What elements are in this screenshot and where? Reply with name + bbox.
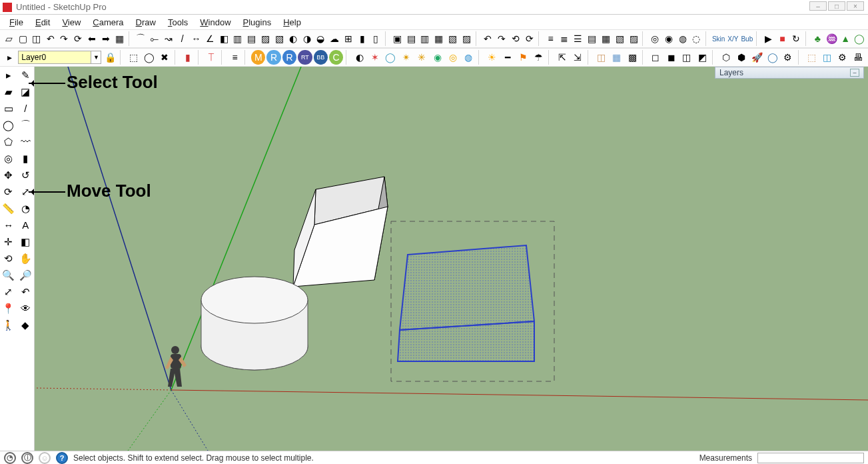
tb-line-icon[interactable]: / xyxy=(176,31,189,46)
tb-cam2-icon[interactable]: ↷ xyxy=(496,31,508,46)
measurements-input[interactable] xyxy=(757,453,864,463)
plugin-r1-icon[interactable]: R xyxy=(266,50,280,65)
chevron-down-icon[interactable]: ▼ xyxy=(91,51,101,64)
lock-icon[interactable]: 🔒 xyxy=(103,50,117,65)
tape-measure-tool[interactable]: 📏 xyxy=(0,200,17,217)
weather-icon[interactable]: ☂ xyxy=(532,50,546,65)
render5-icon[interactable]: ✳ xyxy=(415,50,429,65)
slider-icon[interactable]: ━ xyxy=(500,50,514,65)
geo-location-icon[interactable]: ◔ xyxy=(4,452,16,464)
tb-edge2-icon[interactable]: ▤ xyxy=(245,31,258,46)
tb-undo-icon[interactable]: ↶ xyxy=(44,31,57,46)
plugin-c-icon[interactable]: C xyxy=(329,50,343,65)
look-around-tool[interactable]: 👁 xyxy=(17,300,35,317)
person-icon[interactable]: 🚀 xyxy=(750,50,764,65)
selected-slab[interactable] xyxy=(398,245,534,361)
layers-panel-toggle-icon[interactable]: – xyxy=(850,69,859,77)
text-tool[interactable]: A xyxy=(17,217,35,233)
intersect-icon[interactable]: ◯ xyxy=(142,50,156,65)
grid-icon[interactable]: ▦ xyxy=(610,50,624,65)
follow-me-tool[interactable]: ↺ xyxy=(17,167,35,183)
tb-solid6-icon[interactable]: ▨ xyxy=(460,31,473,46)
tb-solid2-icon[interactable]: ▤ xyxy=(405,31,418,46)
user-icon[interactable]: ☺ xyxy=(39,452,51,464)
tb-solid4-icon[interactable]: ▦ xyxy=(432,31,445,46)
warehouse1-icon[interactable]: ⬡ xyxy=(719,50,733,65)
menu-view[interactable]: View xyxy=(57,16,86,29)
tb-conifer-icon[interactable]: ▲ xyxy=(839,31,852,46)
box3d-icon[interactable]: ⬚ xyxy=(805,50,819,65)
menu-plugins[interactable]: Plugins xyxy=(238,16,277,29)
tb-style4-icon[interactable]: ◌ xyxy=(690,31,703,46)
tb-layer1-icon[interactable]: ≡ xyxy=(544,31,557,46)
globe2-icon[interactable]: ◯ xyxy=(765,50,779,65)
plugin-r2-icon[interactable]: R xyxy=(282,50,296,65)
menu-file[interactable]: File xyxy=(4,16,29,29)
section-plane-tool[interactable]: ◧ xyxy=(17,233,35,250)
select-tool[interactable]: ▸ xyxy=(0,67,17,83)
tb-layer3-icon[interactable]: ☰ xyxy=(572,31,585,46)
tb-edge4-icon[interactable]: ▧ xyxy=(273,31,286,46)
render1-icon[interactable]: ◐ xyxy=(352,50,366,65)
credits-icon[interactable]: ⓘ xyxy=(21,452,33,464)
tb-edge1-icon[interactable]: ▥ xyxy=(231,31,244,46)
tb-skin-label[interactable]: Skin xyxy=(711,31,725,46)
tb-prev-icon[interactable]: ⬅ xyxy=(86,31,99,46)
tb-arc2-icon[interactable]: ⟜ xyxy=(149,31,161,46)
tb-view-iso-icon[interactable]: ▱ xyxy=(3,31,15,46)
print-icon[interactable]: 🖶 xyxy=(851,50,865,65)
move-tool[interactable]: ✥ xyxy=(0,167,17,183)
tb-play-icon[interactable]: ▶ xyxy=(762,31,775,46)
render6-icon[interactable]: ◉ xyxy=(430,50,444,65)
walk-tool[interactable]: 🚶 xyxy=(0,317,17,333)
tb-arc3-icon[interactable]: ↝ xyxy=(163,31,175,46)
tb-shadow1-icon[interactable]: ◐ xyxy=(287,31,300,46)
sandbox-red-icon[interactable]: ▮ xyxy=(181,50,195,65)
rotate-tool[interactable]: ⟳ xyxy=(0,183,17,200)
tb-solid5-icon[interactable]: ▧ xyxy=(446,31,459,46)
render8-icon[interactable]: ◍ xyxy=(462,50,476,65)
tb-view-top-icon[interactable]: ▢ xyxy=(17,31,29,46)
tb-ext-icon[interactable]: ▯ xyxy=(370,31,382,46)
menu-help[interactable]: Help xyxy=(278,16,306,29)
render7-icon[interactable]: ◎ xyxy=(446,50,460,65)
tb-section-icon[interactable]: ◧ xyxy=(218,31,230,46)
export2-icon[interactable]: ⇲ xyxy=(570,50,584,65)
cube-icon[interactable]: ◫ xyxy=(820,50,834,65)
tb-refresh-icon[interactable]: ↻ xyxy=(790,31,803,46)
tb-solid1-icon[interactable]: ▣ xyxy=(391,31,404,46)
menu-edit[interactable]: Edit xyxy=(30,16,55,29)
flag-icon[interactable]: ⚑ xyxy=(516,50,530,65)
menu-camera[interactable]: Camera xyxy=(87,16,129,29)
rectangle-tool[interactable]: ▭ xyxy=(0,100,17,117)
warehouse2-icon[interactable]: ⬢ xyxy=(734,50,748,65)
layer-selector[interactable]: ▼ xyxy=(18,50,101,65)
tb-angle-icon[interactable]: ∠ xyxy=(204,31,217,46)
tb-layer2-icon[interactable]: ≣ xyxy=(558,31,571,46)
guide2-icon[interactable]: ≡ xyxy=(228,50,242,65)
tb-redo-icon[interactable]: ↷ xyxy=(58,31,71,46)
toggle-terrain-tool[interactable]: ◆ xyxy=(17,317,35,333)
tb-box-icon[interactable]: ▦ xyxy=(113,31,126,46)
previous-view-tool[interactable]: ↶ xyxy=(17,283,35,300)
close-button[interactable]: × xyxy=(847,1,864,11)
viewport-3d[interactable] xyxy=(35,67,868,451)
zoom-extents-tool[interactable]: ⤢ xyxy=(0,283,17,300)
tb-layer7-icon[interactable]: ▨ xyxy=(628,31,640,46)
polygon-tool[interactable]: ⬠ xyxy=(0,133,17,150)
tb-tumble-icon[interactable]: ⟳ xyxy=(72,31,85,46)
menu-window[interactable]: Window xyxy=(195,16,236,29)
dimension-tool[interactable]: ↔ xyxy=(0,217,17,233)
tb-solid3-icon[interactable]: ▥ xyxy=(419,31,432,46)
zoom-window-tool[interactable]: 🔎 xyxy=(17,267,35,283)
select3-icon[interactable]: ◼ xyxy=(664,50,678,65)
pan-tool[interactable]: ✋ xyxy=(17,250,35,267)
tb-xray-icon[interactable]: ⊞ xyxy=(342,31,355,46)
union-icon[interactable]: ✖ xyxy=(157,50,171,65)
freehand-tool[interactable]: 〰 xyxy=(17,133,35,150)
outer-shell-icon[interactable]: ⬚ xyxy=(127,50,141,65)
help-icon[interactable]: ? xyxy=(56,452,68,464)
cylinder-solid[interactable] xyxy=(201,277,308,370)
guide-icon[interactable]: ⟙ xyxy=(205,50,218,65)
menu-draw[interactable]: Draw xyxy=(131,16,161,29)
